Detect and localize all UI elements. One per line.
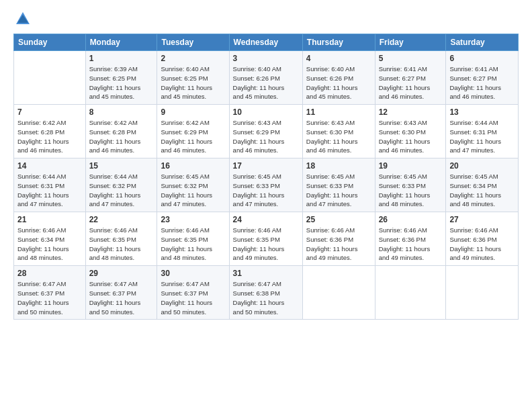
day-number: 12 xyxy=(379,107,443,117)
day-info: Sunrise: 6:46 AM Sunset: 6:35 PM Dayligh… xyxy=(161,226,225,263)
day-header-thursday: Thursday xyxy=(302,34,375,51)
day-number: 24 xyxy=(233,215,299,224)
day-number: 16 xyxy=(161,161,225,171)
day-cell: 14Sunrise: 6:44 AM Sunset: 6:31 PM Dayli… xyxy=(14,158,86,212)
day-info: Sunrise: 6:44 AM Sunset: 6:31 PM Dayligh… xyxy=(449,118,515,155)
day-cell: 21Sunrise: 6:46 AM Sunset: 6:34 PM Dayli… xyxy=(14,212,86,266)
day-number: 6 xyxy=(449,54,515,63)
day-cell: 1Sunrise: 6:39 AM Sunset: 6:25 PM Daylig… xyxy=(85,51,157,105)
day-number: 3 xyxy=(233,54,299,63)
svg-marker-1 xyxy=(17,15,28,23)
day-number: 26 xyxy=(379,215,443,224)
day-number: 28 xyxy=(17,269,82,278)
day-info: Sunrise: 6:43 AM Sunset: 6:30 PM Dayligh… xyxy=(379,118,443,155)
day-number: 25 xyxy=(306,215,371,224)
day-number: 20 xyxy=(449,161,515,171)
day-info: Sunrise: 6:42 AM Sunset: 6:28 PM Dayligh… xyxy=(17,118,82,155)
day-info: Sunrise: 6:47 AM Sunset: 6:37 PM Dayligh… xyxy=(17,279,82,316)
day-cell: 8Sunrise: 6:42 AM Sunset: 6:28 PM Daylig… xyxy=(85,105,157,158)
day-header-friday: Friday xyxy=(375,34,446,51)
day-cell: 31Sunrise: 6:47 AM Sunset: 6:38 PM Dayli… xyxy=(229,266,302,320)
day-info: Sunrise: 6:41 AM Sunset: 6:27 PM Dayligh… xyxy=(449,64,515,101)
day-cell: 24Sunrise: 6:46 AM Sunset: 6:35 PM Dayli… xyxy=(229,212,302,266)
day-info: Sunrise: 6:45 AM Sunset: 6:34 PM Dayligh… xyxy=(449,172,515,209)
header xyxy=(13,11,519,27)
day-header-saturday: Saturday xyxy=(446,34,519,51)
day-info: Sunrise: 6:42 AM Sunset: 6:29 PM Dayligh… xyxy=(161,118,225,155)
day-number: 11 xyxy=(306,107,371,117)
day-number: 1 xyxy=(89,54,154,63)
day-info: Sunrise: 6:47 AM Sunset: 6:37 PM Dayligh… xyxy=(89,279,154,316)
day-cell: 26Sunrise: 6:46 AM Sunset: 6:36 PM Dayli… xyxy=(375,212,446,266)
day-cell: 3Sunrise: 6:40 AM Sunset: 6:26 PM Daylig… xyxy=(229,51,302,105)
day-header-wednesday: Wednesday xyxy=(229,34,302,51)
day-cell: 25Sunrise: 6:46 AM Sunset: 6:36 PM Dayli… xyxy=(302,212,375,266)
day-cell: 4Sunrise: 6:40 AM Sunset: 6:26 PM Daylig… xyxy=(302,51,375,105)
page: SundayMondayTuesdayWednesdayThursdayFrid… xyxy=(0,0,532,411)
day-info: Sunrise: 6:40 AM Sunset: 6:26 PM Dayligh… xyxy=(306,64,371,101)
day-info: Sunrise: 6:40 AM Sunset: 6:25 PM Dayligh… xyxy=(161,64,225,101)
week-row-3: 14Sunrise: 6:44 AM Sunset: 6:31 PM Dayli… xyxy=(14,158,519,212)
calendar-header-row: SundayMondayTuesdayWednesdayThursdayFrid… xyxy=(14,34,519,51)
day-number: 13 xyxy=(449,107,515,117)
day-cell: 6Sunrise: 6:41 AM Sunset: 6:27 PM Daylig… xyxy=(446,51,519,105)
day-cell: 28Sunrise: 6:47 AM Sunset: 6:37 PM Dayli… xyxy=(14,266,86,320)
logo-icon xyxy=(15,11,31,27)
day-info: Sunrise: 6:46 AM Sunset: 6:36 PM Dayligh… xyxy=(306,226,371,263)
day-cell: 15Sunrise: 6:44 AM Sunset: 6:32 PM Dayli… xyxy=(85,158,157,212)
day-number: 29 xyxy=(89,269,154,278)
day-info: Sunrise: 6:46 AM Sunset: 6:36 PM Dayligh… xyxy=(379,226,443,263)
day-cell: 7Sunrise: 6:42 AM Sunset: 6:28 PM Daylig… xyxy=(14,105,86,158)
day-cell: 12Sunrise: 6:43 AM Sunset: 6:30 PM Dayli… xyxy=(375,105,446,158)
day-info: Sunrise: 6:39 AM Sunset: 6:25 PM Dayligh… xyxy=(89,64,154,101)
day-cell: 11Sunrise: 6:43 AM Sunset: 6:30 PM Dayli… xyxy=(302,105,375,158)
day-info: Sunrise: 6:46 AM Sunset: 6:36 PM Dayligh… xyxy=(449,226,515,263)
day-info: Sunrise: 6:43 AM Sunset: 6:30 PM Dayligh… xyxy=(306,118,371,155)
day-header-tuesday: Tuesday xyxy=(157,34,229,51)
day-cell: 5Sunrise: 6:41 AM Sunset: 6:27 PM Daylig… xyxy=(375,51,446,105)
day-cell xyxy=(302,266,375,320)
day-cell: 9Sunrise: 6:42 AM Sunset: 6:29 PM Daylig… xyxy=(157,105,229,158)
day-cell xyxy=(14,51,86,105)
day-cell: 30Sunrise: 6:47 AM Sunset: 6:37 PM Dayli… xyxy=(157,266,229,320)
day-cell xyxy=(446,266,519,320)
day-number: 31 xyxy=(233,269,299,278)
day-cell: 10Sunrise: 6:43 AM Sunset: 6:29 PM Dayli… xyxy=(229,105,302,158)
day-number: 7 xyxy=(17,107,82,117)
week-row-2: 7Sunrise: 6:42 AM Sunset: 6:28 PM Daylig… xyxy=(14,105,519,158)
day-number: 14 xyxy=(17,161,82,171)
day-number: 30 xyxy=(161,269,225,278)
day-info: Sunrise: 6:45 AM Sunset: 6:33 PM Dayligh… xyxy=(379,172,443,209)
day-number: 17 xyxy=(233,161,299,171)
day-cell: 16Sunrise: 6:45 AM Sunset: 6:32 PM Dayli… xyxy=(157,158,229,212)
day-number: 10 xyxy=(233,107,299,117)
logo xyxy=(13,11,31,27)
week-row-5: 28Sunrise: 6:47 AM Sunset: 6:37 PM Dayli… xyxy=(14,266,519,320)
day-cell: 13Sunrise: 6:44 AM Sunset: 6:31 PM Dayli… xyxy=(446,105,519,158)
calendar-table: SundayMondayTuesdayWednesdayThursdayFrid… xyxy=(13,34,519,320)
week-row-1: 1Sunrise: 6:39 AM Sunset: 6:25 PM Daylig… xyxy=(14,51,519,105)
day-number: 22 xyxy=(89,215,154,224)
day-info: Sunrise: 6:43 AM Sunset: 6:29 PM Dayligh… xyxy=(233,118,299,155)
day-info: Sunrise: 6:41 AM Sunset: 6:27 PM Dayligh… xyxy=(379,64,443,101)
day-number: 21 xyxy=(17,215,82,224)
day-cell: 19Sunrise: 6:45 AM Sunset: 6:33 PM Dayli… xyxy=(375,158,446,212)
day-header-sunday: Sunday xyxy=(14,34,86,51)
day-number: 23 xyxy=(161,215,225,224)
day-number: 27 xyxy=(449,215,515,224)
day-number: 5 xyxy=(379,54,443,63)
day-cell: 29Sunrise: 6:47 AM Sunset: 6:37 PM Dayli… xyxy=(85,266,157,320)
day-cell: 2Sunrise: 6:40 AM Sunset: 6:25 PM Daylig… xyxy=(157,51,229,105)
day-info: Sunrise: 6:47 AM Sunset: 6:38 PM Dayligh… xyxy=(233,279,299,316)
day-info: Sunrise: 6:45 AM Sunset: 6:33 PM Dayligh… xyxy=(306,172,371,209)
week-row-4: 21Sunrise: 6:46 AM Sunset: 6:34 PM Dayli… xyxy=(14,212,519,266)
day-number: 19 xyxy=(379,161,443,171)
day-number: 9 xyxy=(161,107,225,117)
day-cell: 22Sunrise: 6:46 AM Sunset: 6:35 PM Dayli… xyxy=(85,212,157,266)
day-cell: 27Sunrise: 6:46 AM Sunset: 6:36 PM Dayli… xyxy=(446,212,519,266)
day-info: Sunrise: 6:45 AM Sunset: 6:33 PM Dayligh… xyxy=(233,172,299,209)
day-info: Sunrise: 6:40 AM Sunset: 6:26 PM Dayligh… xyxy=(233,64,299,101)
day-cell: 20Sunrise: 6:45 AM Sunset: 6:34 PM Dayli… xyxy=(446,158,519,212)
day-info: Sunrise: 6:42 AM Sunset: 6:28 PM Dayligh… xyxy=(89,118,154,155)
day-number: 15 xyxy=(89,161,154,171)
